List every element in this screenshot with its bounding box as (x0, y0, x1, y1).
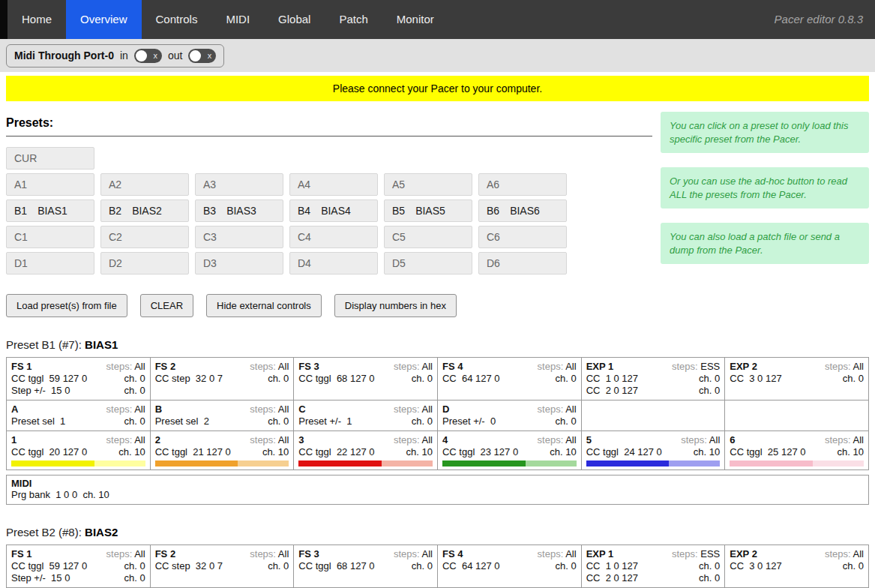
load-presets-file-button[interactable]: Load preset(s) from file (6, 294, 127, 317)
preset-button-c3[interactable]: C3 (195, 226, 283, 248)
preset-button-b1[interactable]: B1BIAS1 (6, 200, 94, 222)
app-version-title: Pacer editor 0.8.3 (775, 0, 875, 39)
control-title: FS 3 (298, 360, 319, 373)
config-channel: ch. 0 (699, 385, 720, 397)
control-steps: steps: All (825, 548, 864, 560)
preset-id: D4 (298, 257, 311, 269)
tab-overview[interactable]: Overview (66, 0, 142, 39)
tab-controls[interactable]: Controls (142, 0, 212, 39)
led-color-primary (11, 460, 94, 466)
config-channel: ch. 10 (550, 446, 576, 458)
steps-value: All (565, 361, 576, 372)
config-text: CC tggl 68 127 0 (298, 560, 374, 572)
steps-label: steps: (825, 361, 851, 372)
tab-patch[interactable]: Patch (325, 0, 382, 39)
control-steps: steps: All (394, 548, 433, 560)
led-color-primary (155, 460, 238, 466)
actions-row: Load preset(s) from file CLEAR Hide exte… (6, 294, 652, 317)
display-hex-button[interactable]: Display numbers in hex (334, 294, 457, 317)
steps-value: All (134, 434, 145, 446)
config-text: CC 2 0 127 (586, 385, 638, 397)
abcd-row: Asteps: All Preset sel 1ch. 0 Bsteps: Al… (7, 400, 869, 431)
preset-button-a1[interactable]: A1 (6, 173, 94, 196)
config-channel: ch. 0 (699, 572, 720, 584)
steps-value: All (278, 361, 289, 372)
preset-button-d1[interactable]: D1 (6, 252, 94, 274)
led-color-bar (298, 460, 433, 466)
preset-button-a5[interactable]: A5 (384, 173, 472, 196)
tip-load-single-preset: You can click on a preset to only load t… (661, 112, 869, 153)
config-channel: ch. 0 (412, 373, 433, 385)
preset-button-b6[interactable]: B6BIAS6 (478, 200, 567, 222)
config-text: CC 1 0 127 (586, 560, 638, 572)
preset-button-d4[interactable]: D4 (289, 252, 378, 274)
preset-button-b4[interactable]: B4BIAS4 (289, 200, 378, 222)
preset-button-c5[interactable]: C5 (384, 226, 472, 248)
preset-button-b2[interactable]: B2BIAS2 (100, 200, 189, 222)
config-channel: ch. 0 (699, 560, 720, 572)
config-channel: ch. 0 (555, 373, 576, 385)
preset-button-a3[interactable]: A3 (195, 173, 283, 196)
preset-button-b5[interactable]: B5BIAS5 (384, 200, 472, 222)
toggle-knob-icon (190, 50, 201, 62)
midi-out-toggle[interactable]: x (188, 49, 216, 63)
preset-button-a6[interactable]: A6 (478, 173, 567, 196)
steps-value: All (565, 434, 576, 446)
preset-b1-midi-table: MIDI Prg bank 1 0 0 ch. 10 (6, 475, 869, 505)
control-title: FS 2 (155, 548, 175, 560)
config-channel: ch. 0 (843, 560, 864, 572)
connect-banner: Please connect your Pacer to your comput… (6, 76, 869, 101)
tab-global[interactable]: Global (264, 0, 325, 39)
steps-label: steps: (250, 404, 276, 415)
tab-midi[interactable]: MIDI (211, 0, 264, 39)
control-cell-fs3: FS 3steps: All CC tggl 68 127 0ch. 0 (294, 545, 438, 588)
control-steps: steps: All (250, 360, 289, 373)
config-text: CC 64 127 0 (442, 560, 500, 572)
presets-section: Presets: CUR A1 A2 A3 A4 A5 A6 B1BIAS1 B… (0, 112, 875, 317)
steps-label: steps: (672, 361, 698, 372)
midi-in-toggle[interactable]: x (134, 49, 162, 63)
midi-settings-cell: MIDI Prg bank 1 0 0 ch. 10 (7, 476, 869, 505)
preset-button-a2[interactable]: A2 (100, 173, 189, 196)
preset-button-cur[interactable]: CUR (6, 147, 94, 170)
steps-label: steps: (538, 548, 564, 560)
config-text: CC tggl 68 127 0 (298, 373, 374, 385)
steps-value: All (134, 404, 145, 415)
preset-button-a4[interactable]: A4 (289, 173, 378, 196)
preset-name: BIAS5 (415, 205, 445, 217)
config-text: Step +/- 15 0 (11, 572, 70, 584)
steps-value: All (709, 434, 720, 446)
steps-label: steps: (825, 548, 851, 560)
preset-button-c6[interactable]: C6 (478, 226, 567, 248)
tab-home[interactable]: Home (7, 0, 66, 39)
clear-button[interactable]: CLEAR (140, 294, 193, 317)
preset-button-d6[interactable]: D6 (478, 252, 567, 274)
preset-button-c2[interactable]: C2 (100, 226, 189, 248)
control-steps: steps: All (250, 434, 289, 446)
preset-button-d3[interactable]: D3 (195, 252, 283, 274)
config-channel: ch. 0 (268, 416, 289, 428)
preset-id: B2 (109, 205, 121, 217)
midi-port-box: Midi Through Port-0 in x out x (6, 44, 224, 68)
footswitch-row: FS 1steps: All CC tggl 59 127 0ch. 0 Ste… (7, 545, 869, 588)
steps-value: All (853, 548, 864, 560)
preset-button-c1[interactable]: C1 (6, 226, 94, 248)
steps-label: steps: (538, 404, 564, 415)
control-cell-fs4: FS 4steps: All CC 64 127 0ch. 0 (437, 358, 581, 400)
steps-value: All (422, 434, 433, 446)
preset-id: B6 (487, 205, 499, 217)
hide-external-controls-button[interactable]: Hide external controls (206, 294, 322, 317)
preset-button-d2[interactable]: D2 (100, 252, 189, 274)
led-color-secondary (813, 460, 864, 466)
control-cell-exp1: EXP 1steps: ESS CC 1 0 127ch. 0 CC 2 0 1… (581, 358, 725, 400)
config-text: Preset sel 2 (155, 416, 209, 428)
preset-id: B4 (298, 205, 310, 217)
tab-monitor[interactable]: Monitor (382, 0, 448, 39)
preset-button-d5[interactable]: D5 (384, 252, 472, 274)
control-cell-6: 6steps: All CC tggl 25 127 0ch. 10 (725, 431, 869, 470)
preset-button-c4[interactable]: C4 (289, 226, 378, 248)
preset-id: B1 (14, 205, 27, 217)
preset-button-b3[interactable]: B3BIAS3 (195, 200, 283, 222)
config-text: Step +/- 15 0 (11, 385, 70, 397)
steps-value: ESS (700, 548, 720, 560)
